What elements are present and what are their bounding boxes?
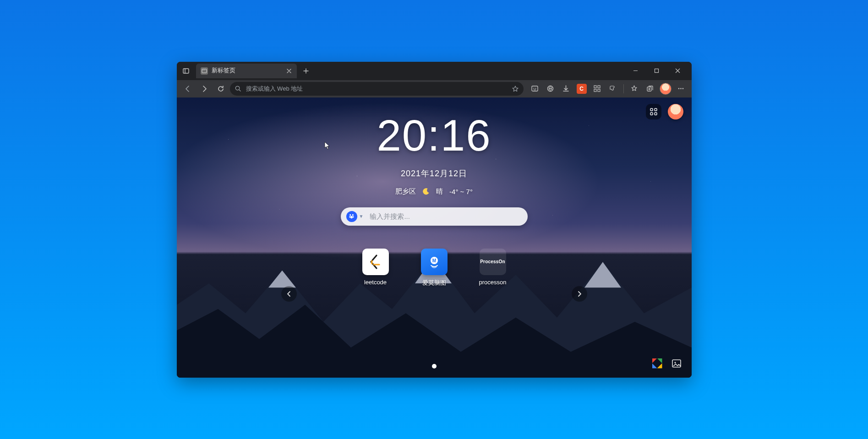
tab-actions-button[interactable] — [180, 65, 192, 77]
puzzle-icon — [609, 85, 617, 92]
shortcuts-next-button[interactable] — [572, 286, 587, 302]
browser-tab[interactable]: 新标签页 — [196, 64, 297, 78]
extensions-strip: C — [528, 82, 688, 96]
close-icon — [675, 68, 680, 73]
weather-location: 肥乡区 — [395, 187, 416, 196]
badge-letter: C — [579, 86, 584, 92]
newtab-bottom-right — [651, 358, 682, 369]
mouse-cursor-icon — [324, 141, 330, 150]
clock-time: 20:16 — [377, 110, 491, 161]
profile-button[interactable] — [659, 82, 672, 96]
window-maximize-button[interactable] — [647, 64, 667, 78]
svg-point-5 — [204, 70, 205, 70]
close-icon — [287, 69, 291, 73]
shortcut-tile — [362, 249, 389, 275]
colorful-x-icon — [652, 358, 662, 369]
page-indicator-dot[interactable] — [432, 364, 437, 369]
toolbar-separator — [623, 84, 624, 93]
svg-point-18 — [680, 88, 682, 89]
extension-dribbble[interactable] — [544, 82, 557, 96]
svg-rect-20 — [650, 108, 653, 111]
settings-more-button[interactable] — [674, 82, 688, 96]
newtab-top-right — [646, 104, 683, 119]
shortcuts-prev-button[interactable] — [281, 286, 297, 302]
weather-widget[interactable]: 肥乡区 晴 -4° ~ 7° — [395, 187, 473, 196]
svg-point-3 — [202, 70, 203, 70]
shortcut-processon[interactable]: ProcessOn processon — [475, 249, 511, 287]
moon-icon — [422, 188, 430, 195]
svg-rect-0 — [183, 69, 189, 73]
shortcut-tile: M — [421, 249, 448, 275]
svg-point-31 — [674, 362, 676, 363]
colorful-apps-button[interactable] — [651, 358, 663, 369]
baidu-icon — [346, 211, 357, 222]
mountains-decoration — [177, 223, 692, 378]
shortcut-label: 爱莫脑图 — [422, 279, 446, 287]
minimize-icon — [633, 68, 638, 73]
panel-icon — [182, 67, 190, 75]
nav-forward-button[interactable] — [197, 82, 212, 96]
toolbar: 搜索或输入 Web 地址 C — [177, 80, 692, 98]
chevron-right-icon — [576, 291, 583, 297]
svg-point-7 — [235, 86, 239, 90]
svg-rect-8 — [532, 86, 538, 91]
plus-icon — [303, 68, 309, 74]
arrow-left-icon — [184, 85, 191, 92]
leetcode-icon — [367, 254, 384, 270]
window-controls — [626, 64, 688, 78]
more-horizontal-icon — [677, 85, 685, 92]
svg-rect-12 — [594, 86, 596, 88]
camera-smile-icon — [531, 85, 539, 92]
favorites-button[interactable] — [628, 82, 641, 96]
weather-condition: 晴 — [436, 187, 443, 196]
svg-point-25 — [352, 214, 354, 216]
apps-grid-button[interactable] — [646, 104, 661, 119]
svg-rect-6 — [655, 69, 659, 73]
tab-close-button[interactable] — [285, 67, 293, 75]
svg-point-27 — [353, 216, 354, 217]
shortcut-label: leetcode — [364, 279, 387, 286]
svg-point-10 — [535, 88, 536, 89]
svg-rect-13 — [598, 86, 600, 88]
browser-window: 新标签页 — [177, 62, 692, 378]
svg-point-26 — [349, 216, 350, 217]
weather-temp-range: -4° ~ 7° — [449, 188, 473, 195]
download-icon — [562, 85, 570, 92]
extension-c-badge[interactable]: C — [577, 84, 587, 94]
collections-icon — [646, 85, 654, 92]
address-placeholder: 搜索或输入 Web 地址 — [246, 85, 303, 93]
window-minimize-button[interactable] — [626, 64, 646, 78]
collections-button[interactable] — [643, 82, 657, 96]
clock-date: 2021年12月12日 — [401, 168, 467, 179]
image-icon — [671, 358, 682, 369]
window-close-button[interactable] — [668, 64, 688, 78]
shortcut-mindmap[interactable]: M 爱莫脑图 — [416, 249, 453, 287]
shortcut-leetcode[interactable]: leetcode — [357, 249, 394, 287]
search-engine-selector[interactable]: ▼ — [344, 209, 366, 224]
address-bar[interactable]: 搜索或输入 Web 地址 — [230, 82, 524, 96]
svg-point-9 — [534, 88, 535, 89]
avatar-icon — [660, 83, 671, 95]
extension-download[interactable] — [559, 82, 573, 96]
newtab-search-box[interactable]: ▼ — [341, 207, 528, 226]
svg-point-24 — [349, 214, 351, 216]
star-icon — [512, 85, 519, 92]
globe-icon — [546, 85, 554, 92]
mindmap-icon: M — [426, 254, 442, 270]
newtab-profile-avatar[interactable] — [668, 104, 683, 119]
favorite-button[interactable] — [512, 85, 519, 92]
nav-refresh-button[interactable] — [213, 82, 228, 96]
grid-icon — [650, 108, 658, 116]
search-icon — [235, 85, 241, 92]
processon-text: ProcessOn — [480, 259, 505, 264]
chevron-down-icon: ▼ — [359, 214, 364, 219]
new-tab-button[interactable] — [300, 65, 312, 77]
extension-grid[interactable] — [590, 82, 604, 96]
newtab-search-input[interactable] — [370, 212, 521, 220]
svg-rect-21 — [655, 108, 657, 111]
nav-back-button[interactable] — [180, 82, 195, 96]
wallpaper-button[interactable] — [671, 358, 682, 369]
extension-screenshot[interactable] — [528, 82, 542, 96]
extensions-menu-button[interactable] — [606, 82, 620, 96]
svg-rect-2 — [202, 69, 207, 73]
